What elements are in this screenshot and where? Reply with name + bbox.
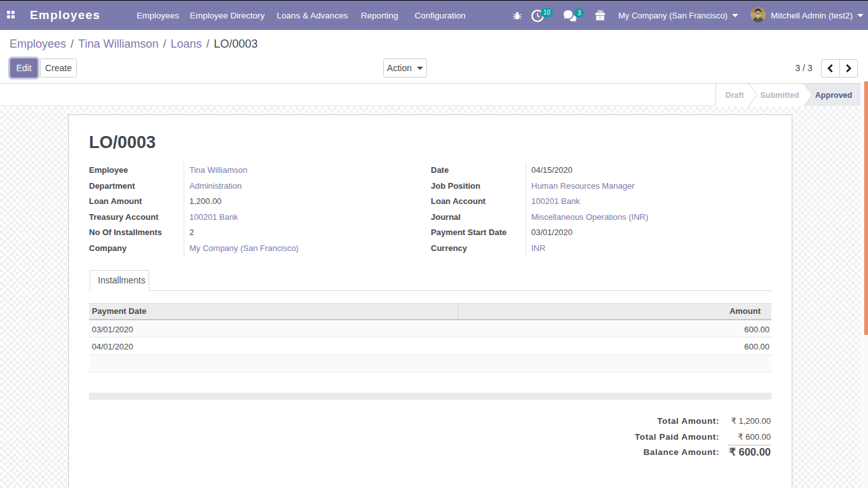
svg-text:Draft: Draft [725, 91, 744, 100]
svg-text:Approved: Approved [815, 91, 852, 100]
svg-text:Submitted: Submitted [760, 91, 799, 100]
